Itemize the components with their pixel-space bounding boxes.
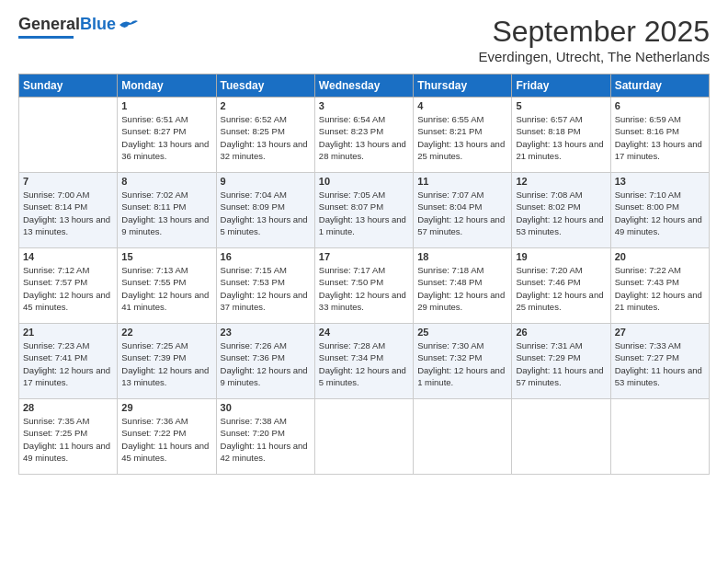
calendar-cell — [19, 98, 118, 173]
calendar-cell: 16Sunrise: 7:15 AMSunset: 7:53 PMDayligh… — [216, 248, 314, 324]
col-header-thursday: Thursday — [414, 75, 512, 98]
header: General Blue September 2025 Everdingen, … — [18, 15, 710, 64]
day-info: Sunrise: 7:36 AMSunset: 7:22 PMDaylight:… — [121, 415, 211, 464]
day-number: 10 — [319, 176, 409, 187]
day-info: Sunrise: 6:54 AMSunset: 8:23 PMDaylight:… — [319, 113, 409, 162]
logo-blue-text: Blue — [80, 15, 116, 34]
day-info: Sunrise: 7:23 AMSunset: 7:41 PMDaylight:… — [23, 339, 113, 388]
day-info: Sunrise: 7:00 AMSunset: 8:14 PMDaylight:… — [23, 189, 113, 237]
logo: General Blue — [18, 15, 138, 39]
calendar-cell: 30Sunrise: 7:38 AMSunset: 7:20 PMDayligh… — [216, 399, 314, 475]
logo-bird-icon — [118, 17, 138, 32]
day-number: 8 — [121, 176, 211, 187]
day-number: 7 — [23, 176, 113, 187]
day-info: Sunrise: 6:52 AMSunset: 8:25 PMDaylight:… — [221, 113, 311, 162]
day-number: 13 — [615, 176, 705, 187]
day-number: 1 — [121, 100, 211, 111]
day-info: Sunrise: 6:57 AMSunset: 8:18 PMDaylight:… — [516, 113, 606, 162]
day-info: Sunrise: 7:13 AMSunset: 7:55 PMDaylight:… — [121, 264, 211, 313]
calendar-cell: 15Sunrise: 7:13 AMSunset: 7:55 PMDayligh… — [118, 248, 216, 324]
calendar-cell — [610, 399, 709, 475]
calendar-cell: 22Sunrise: 7:25 AMSunset: 7:39 PMDayligh… — [118, 324, 216, 399]
day-number: 12 — [516, 176, 606, 187]
calendar-cell: 6Sunrise: 6:59 AMSunset: 8:16 PMDaylight… — [610, 98, 709, 173]
day-info: Sunrise: 7:07 AMSunset: 8:04 PMDaylight:… — [417, 189, 507, 237]
day-info: Sunrise: 7:05 AMSunset: 8:07 PMDaylight:… — [319, 189, 409, 237]
day-number: 9 — [221, 176, 311, 187]
calendar-cell: 21Sunrise: 7:23 AMSunset: 7:41 PMDayligh… — [19, 324, 118, 399]
day-number: 2 — [221, 100, 311, 111]
day-number: 14 — [23, 251, 113, 262]
logo-general-text: General — [18, 15, 80, 34]
calendar-cell: 25Sunrise: 7:30 AMSunset: 7:32 PMDayligh… — [414, 324, 512, 399]
day-info: Sunrise: 7:02 AMSunset: 8:11 PMDaylight:… — [121, 189, 211, 237]
calendar-cell: 8Sunrise: 7:02 AMSunset: 8:11 PMDaylight… — [118, 173, 216, 248]
day-info: Sunrise: 7:15 AMSunset: 7:53 PMDaylight:… — [221, 264, 311, 313]
day-number: 18 — [417, 251, 507, 262]
calendar-cell: 29Sunrise: 7:36 AMSunset: 7:22 PMDayligh… — [118, 399, 216, 475]
calendar-cell: 18Sunrise: 7:18 AMSunset: 7:48 PMDayligh… — [414, 248, 512, 324]
title-block: September 2025 Everdingen, Utrecht, The … — [478, 15, 710, 64]
calendar-cell: 10Sunrise: 7:05 AMSunset: 8:07 PMDayligh… — [314, 173, 413, 248]
day-info: Sunrise: 7:25 AMSunset: 7:39 PMDaylight:… — [121, 339, 211, 388]
calendar-cell: 19Sunrise: 7:20 AMSunset: 7:46 PMDayligh… — [512, 248, 610, 324]
calendar-cell: 14Sunrise: 7:12 AMSunset: 7:57 PMDayligh… — [19, 248, 118, 324]
col-header-wednesday: Wednesday — [314, 75, 413, 98]
calendar-page: General Blue September 2025 Everdingen, … — [0, 0, 728, 563]
calendar-cell: 4Sunrise: 6:55 AMSunset: 8:21 PMDaylight… — [414, 98, 512, 173]
day-info: Sunrise: 7:18 AMSunset: 7:48 PMDaylight:… — [417, 264, 507, 313]
calendar-cell: 26Sunrise: 7:31 AMSunset: 7:29 PMDayligh… — [512, 324, 610, 399]
calendar-cell: 12Sunrise: 7:08 AMSunset: 8:02 PMDayligh… — [512, 173, 610, 248]
col-header-tuesday: Tuesday — [216, 75, 314, 98]
week-row-3: 14Sunrise: 7:12 AMSunset: 7:57 PMDayligh… — [19, 248, 710, 324]
location-text: Everdingen, Utrecht, The Netherlands — [478, 49, 710, 64]
day-info: Sunrise: 7:12 AMSunset: 7:57 PMDaylight:… — [23, 264, 113, 313]
day-info: Sunrise: 7:26 AMSunset: 7:36 PMDaylight:… — [221, 339, 311, 388]
calendar-cell: 5Sunrise: 6:57 AMSunset: 8:18 PMDaylight… — [512, 98, 610, 173]
col-header-monday: Monday — [118, 75, 216, 98]
calendar-cell — [314, 399, 413, 475]
day-number: 16 — [221, 251, 311, 262]
calendar-cell: 20Sunrise: 7:22 AMSunset: 7:43 PMDayligh… — [610, 248, 709, 324]
calendar-cell: 1Sunrise: 6:51 AMSunset: 8:27 PMDaylight… — [118, 98, 216, 173]
week-row-4: 21Sunrise: 7:23 AMSunset: 7:41 PMDayligh… — [19, 324, 710, 399]
day-number: 26 — [516, 327, 606, 338]
day-info: Sunrise: 7:31 AMSunset: 7:29 PMDaylight:… — [516, 339, 606, 388]
week-row-2: 7Sunrise: 7:00 AMSunset: 8:14 PMDaylight… — [19, 173, 710, 248]
day-number: 6 — [615, 100, 705, 111]
day-number: 27 — [615, 327, 705, 338]
day-number: 28 — [23, 402, 113, 413]
day-info: Sunrise: 6:51 AMSunset: 8:27 PMDaylight:… — [121, 113, 211, 162]
day-info: Sunrise: 7:22 AMSunset: 7:43 PMDaylight:… — [615, 264, 705, 313]
calendar-cell: 2Sunrise: 6:52 AMSunset: 8:25 PMDaylight… — [216, 98, 314, 173]
day-number: 25 — [417, 327, 507, 338]
calendar-cell: 23Sunrise: 7:26 AMSunset: 7:36 PMDayligh… — [216, 324, 314, 399]
day-number: 29 — [121, 402, 211, 413]
calendar-cell: 28Sunrise: 7:35 AMSunset: 7:25 PMDayligh… — [19, 399, 118, 475]
day-number: 23 — [221, 327, 311, 338]
day-number: 17 — [319, 251, 409, 262]
day-number: 30 — [221, 402, 311, 413]
logo-underline — [18, 36, 74, 39]
day-info: Sunrise: 7:38 AMSunset: 7:20 PMDaylight:… — [221, 415, 311, 464]
day-number: 5 — [516, 100, 606, 111]
calendar-cell: 17Sunrise: 7:17 AMSunset: 7:50 PMDayligh… — [314, 248, 413, 324]
day-number: 3 — [319, 100, 409, 111]
day-info: Sunrise: 7:35 AMSunset: 7:25 PMDaylight:… — [23, 415, 113, 464]
calendar-cell: 9Sunrise: 7:04 AMSunset: 8:09 PMDaylight… — [216, 173, 314, 248]
day-info: Sunrise: 7:10 AMSunset: 8:00 PMDaylight:… — [615, 189, 705, 237]
calendar-cell: 3Sunrise: 6:54 AMSunset: 8:23 PMDaylight… — [314, 98, 413, 173]
day-number: 20 — [615, 251, 705, 262]
col-header-sunday: Sunday — [19, 75, 118, 98]
day-number: 11 — [417, 176, 507, 187]
day-number: 15 — [121, 251, 211, 262]
day-number: 19 — [516, 251, 606, 262]
day-info: Sunrise: 7:08 AMSunset: 8:02 PMDaylight:… — [516, 189, 606, 237]
day-info: Sunrise: 7:17 AMSunset: 7:50 PMDaylight:… — [319, 264, 409, 313]
week-row-5: 28Sunrise: 7:35 AMSunset: 7:25 PMDayligh… — [19, 399, 710, 475]
day-number: 4 — [417, 100, 507, 111]
day-info: Sunrise: 6:59 AMSunset: 8:16 PMDaylight:… — [615, 113, 705, 162]
day-info: Sunrise: 7:30 AMSunset: 7:32 PMDaylight:… — [417, 339, 507, 388]
day-number: 21 — [23, 327, 113, 338]
day-info: Sunrise: 7:04 AMSunset: 8:09 PMDaylight:… — [221, 189, 311, 237]
